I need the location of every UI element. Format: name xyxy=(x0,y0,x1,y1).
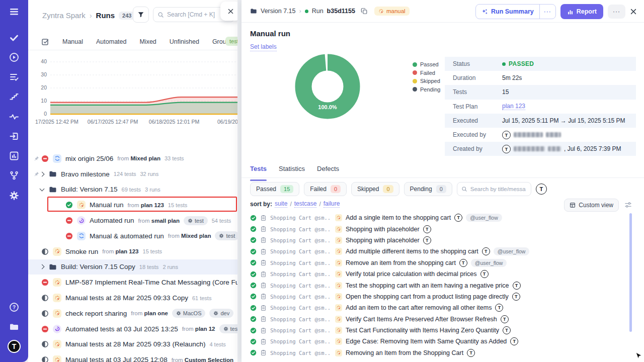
sort-suite-link[interactable]: suite xyxy=(275,200,287,208)
breadcrumb-project[interactable]: Zyntra Spark xyxy=(42,11,86,20)
run-row-smoke-run[interactable]: Smoke run from plan 123 15 tests xyxy=(28,244,237,259)
test-row[interactable]: Shopping Cart @sm...Test Cart Functional… xyxy=(250,325,629,336)
run-summary-more-button[interactable]: ··· xyxy=(540,5,555,19)
env-tag[interactable]: test xyxy=(184,216,208,225)
run-row-manual-tests-1208[interactable]: Manual tests at 03 Jul 2025 12:08 from C… xyxy=(28,352,237,362)
run-row-manual-tests-relaunch[interactable]: Manual tests at 28 Mar 2025 09:33 (Relau… xyxy=(28,337,237,352)
tab-statistics[interactable]: Statistics xyxy=(279,165,305,177)
test-row[interactable]: Shopping Cart @sm...Add a single item to… xyxy=(250,212,629,223)
more-options-button[interactable]: ··· xyxy=(608,5,625,19)
test-row[interactable]: Shopping Cart @sm...Shopping with placeh… xyxy=(250,223,629,234)
user-flow-tag[interactable]: @user_flow xyxy=(471,259,507,267)
env-tag[interactable]: test xyxy=(219,324,238,333)
chevron-right-icon[interactable] xyxy=(40,171,45,176)
tab-automated[interactable]: Automated xyxy=(96,38,126,45)
tests-search-input[interactable] xyxy=(470,186,526,192)
env-tag[interactable]: MacOS xyxy=(172,309,206,318)
sliders-icon[interactable] xyxy=(624,201,632,209)
plan-link[interactable]: Mixed plan xyxy=(181,233,211,239)
plan-link[interactable]: Mixed plan xyxy=(131,155,160,161)
run-from[interactable]: from Mixed plan xyxy=(117,155,160,161)
bar-chart-icon[interactable] xyxy=(9,150,20,161)
run-summary-button[interactable]: Run Summary ··· xyxy=(475,4,556,19)
env-tag[interactable]: dev xyxy=(209,309,233,318)
branch-icon[interactable] xyxy=(9,170,20,181)
test-row[interactable]: Shopping Cart @sm...Verify Cart Items Ar… xyxy=(250,314,629,325)
help-icon[interactable] xyxy=(9,302,20,313)
run-from[interactable]: from plan one xyxy=(131,310,168,316)
run-row-automated-tests[interactable]: Automated tests at 03 Jul 2025 13:25 fro… xyxy=(28,321,237,337)
test-row[interactable]: Shopping Cart @sm...Open the shopping ca… xyxy=(250,291,629,302)
filter-skipped-button[interactable]: Skipped0 xyxy=(351,182,399,196)
run-from[interactable]: from Custom Selection xyxy=(172,357,233,362)
plan-link[interactable]: plan 12 xyxy=(195,326,215,332)
folder-row-build-715[interactable]: Build: Version 7.15 69 tests 3 runs xyxy=(28,182,237,198)
filter-button[interactable] xyxy=(133,7,149,23)
user-flow-tag[interactable]: @user_flow xyxy=(494,247,530,255)
run-row-manual-run[interactable]: Manual run from plan 123 15 tests xyxy=(28,197,237,213)
tab-defects[interactable]: Defects xyxy=(317,165,339,177)
user-avatar[interactable]: T xyxy=(8,340,21,353)
copy-icon[interactable] xyxy=(361,8,368,15)
chevron-down-icon[interactable] xyxy=(40,187,45,192)
test-runs-icon[interactable] xyxy=(9,71,20,82)
run-row-manual-tests-copy[interactable]: Manual tests at 28 Mar 2025 09:33 Copy 6… xyxy=(28,290,237,306)
set-labels-link[interactable]: Set labels xyxy=(250,43,277,51)
tab-unfinished[interactable]: Unfinished xyxy=(170,38,199,45)
user-flow-tag[interactable]: @user_flow xyxy=(466,214,502,222)
panel-close-button[interactable] xyxy=(220,2,237,21)
select-all-icon[interactable] xyxy=(41,38,49,46)
tests-search[interactable] xyxy=(457,182,531,196)
tests-scrollbar[interactable] xyxy=(629,213,632,332)
test-row[interactable]: Shopping Cart @sm...Add multiple differe… xyxy=(250,246,629,257)
folder-row-bravo-milestone[interactable]: Bravo milestone 124 tests 32 runs xyxy=(28,166,237,182)
filter-passed-button[interactable]: Passed15 xyxy=(250,182,299,196)
breadcrumb-version[interactable]: Version 7.15 xyxy=(261,8,296,15)
gear-icon[interactable] xyxy=(9,190,20,201)
sign-in-icon[interactable] xyxy=(9,131,20,142)
test-plan-link[interactable]: plan 123 xyxy=(502,103,525,110)
test-row[interactable]: Shopping Cart @sm...Verify total price c… xyxy=(250,268,629,280)
filter-pending-button[interactable]: Pending0 xyxy=(404,182,452,196)
test-row[interactable]: Shopping Cart @sm...Removing an Item fro… xyxy=(250,347,629,358)
plan-link[interactable]: Custom Selection xyxy=(185,357,233,362)
assignee-filter-avatar[interactable]: T xyxy=(536,184,547,195)
play-circle-icon[interactable] xyxy=(9,52,20,63)
sort-failure-link[interactable]: failure xyxy=(324,200,340,208)
run-row-automated-run[interactable]: Automated run from small plan test 54 te… xyxy=(28,213,237,228)
plan-link[interactable]: plan 123 xyxy=(115,248,138,254)
run-row-check-report-sharing[interactable]: check report sharing from plan one MacOS… xyxy=(28,306,237,321)
plan-link[interactable]: plan 123 xyxy=(141,202,164,208)
folder-row-build-715-copy[interactable]: Build: Version 7.15 Copy 18 tests 2 runs xyxy=(28,259,237,275)
run-from[interactable]: from small plan xyxy=(138,218,180,224)
run-from[interactable]: from Mixed plan xyxy=(168,233,211,239)
test-row[interactable]: Shopping Cart @sm...Edge Case: Removing … xyxy=(250,336,629,347)
chevron-right-icon[interactable] xyxy=(40,264,45,269)
sort-testcase-link[interactable]: testcase xyxy=(294,200,317,208)
test-row[interactable]: Shopping Cart @sm...Add an item to the c… xyxy=(250,302,629,313)
pulse-icon[interactable] xyxy=(9,111,20,122)
close-detail-icon[interactable] xyxy=(630,8,637,15)
run-from[interactable]: from plan 123 xyxy=(102,248,138,254)
run-from[interactable]: from plan 12 xyxy=(182,326,215,332)
test-row[interactable]: Shopping Cart @sm...Test the shopping ca… xyxy=(250,280,629,291)
report-button[interactable]: Report xyxy=(560,4,603,19)
run-row-lmp-587[interactable]: LMP-587 Implement Real-Time Chat Messagi… xyxy=(28,275,237,290)
custom-view-button[interactable]: Custom view xyxy=(564,199,619,212)
run-row-manual-automated-run[interactable]: Manual & automated run from Mixed plan t… xyxy=(28,228,237,244)
steps-icon[interactable] xyxy=(9,91,20,102)
tab-mixed[interactable]: Mixed xyxy=(139,38,156,45)
plan-link[interactable]: plan one xyxy=(144,310,168,316)
plan-link[interactable]: small plan xyxy=(151,218,180,224)
menu-icon[interactable] xyxy=(9,6,20,17)
tab-manual[interactable]: Manual xyxy=(62,38,83,45)
test-row[interactable]: Shopping Cart @sm...Shopping with placeh… xyxy=(250,235,629,246)
tag-badge[interactable]: test xyxy=(225,37,237,46)
run-row-mix-origin[interactable]: mix origin 25/06 from Mixed plan 33 test… xyxy=(28,151,237,166)
run-from[interactable]: from plan 123 xyxy=(128,202,164,208)
tab-tests[interactable]: Tests xyxy=(250,165,267,177)
env-tag[interactable]: test xyxy=(215,231,237,240)
check-icon[interactable] xyxy=(9,32,20,43)
filter-failed-button[interactable]: Failed0 xyxy=(304,182,347,196)
documents-icon[interactable] xyxy=(9,321,20,332)
